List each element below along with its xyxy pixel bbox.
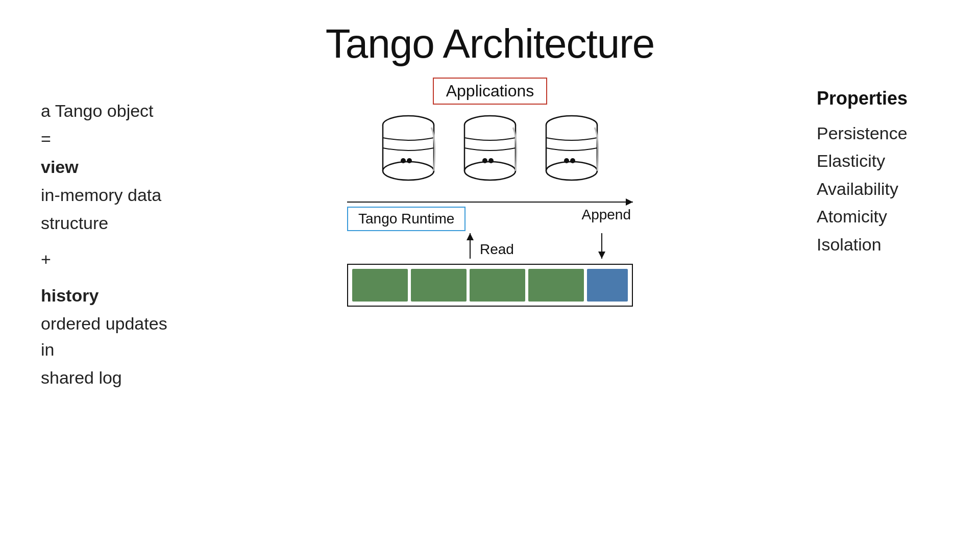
applications-box: Applications bbox=[433, 78, 548, 105]
svg-point-11 bbox=[464, 162, 516, 180]
property-isolation: Isolation bbox=[817, 231, 960, 258]
server-icon-1 bbox=[378, 110, 439, 191]
properties-list: Persistence Elasticity Availability Atom… bbox=[817, 119, 960, 258]
top-arrow-line bbox=[347, 202, 633, 203]
left-line4: in-memory data bbox=[41, 182, 174, 208]
svg-point-5 bbox=[401, 158, 406, 163]
svg-point-4 bbox=[383, 162, 434, 180]
properties-title: Properties bbox=[817, 88, 960, 109]
left-line5: structure bbox=[41, 210, 174, 236]
center-diagram: Applications bbox=[194, 67, 786, 547]
left-line2: = bbox=[41, 126, 174, 152]
property-persistence: Persistence bbox=[817, 119, 960, 147]
log-block-green-1 bbox=[352, 269, 408, 302]
svg-point-13 bbox=[488, 158, 494, 163]
left-line1: a Tango object bbox=[41, 98, 174, 124]
read-arrow bbox=[470, 233, 471, 259]
svg-point-20 bbox=[570, 158, 575, 163]
right-panel: Properties Persistence Elasticity Availa… bbox=[786, 67, 980, 547]
left-panel: a Tango object = view in-memory data str… bbox=[0, 67, 194, 547]
log-block-green-3 bbox=[470, 269, 525, 302]
page-title: Tango Architecture bbox=[0, 0, 980, 67]
arrows-area: Read bbox=[347, 233, 633, 264]
servers-row bbox=[378, 110, 602, 191]
server-icon-3 bbox=[541, 110, 602, 191]
log-block-blue bbox=[587, 269, 628, 302]
property-availability: Availability bbox=[817, 175, 960, 203]
append-arrow bbox=[601, 233, 602, 259]
svg-point-6 bbox=[407, 158, 412, 163]
log-blocks bbox=[347, 265, 633, 306]
log-block-green-2 bbox=[411, 269, 467, 302]
read-label: Read bbox=[480, 241, 514, 258]
runtime-labels-row: Tango Runtime Append bbox=[347, 203, 633, 233]
svg-point-19 bbox=[564, 158, 569, 163]
svg-point-18 bbox=[546, 162, 597, 180]
left-line9: shared log bbox=[41, 365, 174, 391]
append-label: Append bbox=[581, 207, 633, 223]
svg-point-12 bbox=[482, 158, 487, 163]
runtime-box: Tango Runtime bbox=[347, 207, 465, 231]
server-icon-2 bbox=[459, 110, 521, 191]
log-block-green-4 bbox=[528, 269, 584, 302]
property-atomicity: Atomicity bbox=[817, 203, 960, 230]
property-elasticity: Elasticity bbox=[817, 147, 960, 174]
left-history-label: history bbox=[41, 283, 174, 309]
left-line8: ordered updates in bbox=[41, 311, 174, 363]
log-bottom-border bbox=[347, 306, 633, 307]
left-view-label: view bbox=[41, 154, 174, 180]
left-line6: + bbox=[41, 246, 174, 272]
